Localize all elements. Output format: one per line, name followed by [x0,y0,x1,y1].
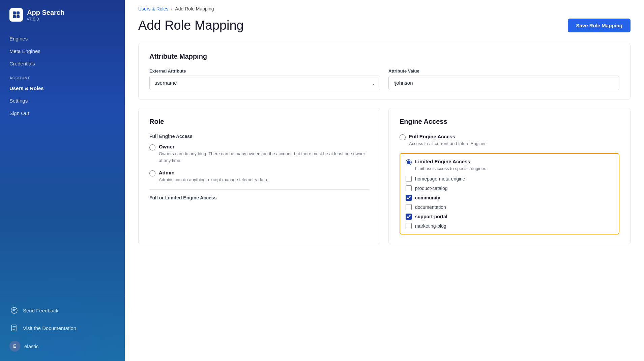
full-engine-access-radio[interactable] [400,134,406,140]
community-label: community [415,195,440,200]
sidebar-item-engines[interactable]: Engines [0,32,125,45]
svg-rect-2 [13,15,16,18]
svg-rect-1 [17,11,20,15]
account-section-label: ACCOUNT [0,70,125,82]
admin-option[interactable]: Admin Admins can do anything, except man… [149,170,369,183]
visit-documentation-button[interactable]: Visit the Documentation [0,319,125,337]
attribute-mapping-title: Attribute Mapping [149,53,619,60]
marketing-blog-label: marketing-blog [415,223,446,229]
limited-engine-access-box: Limited Engine Access Limit user access … [400,153,619,235]
breadcrumb-parent-link[interactable]: Users & Roles [138,6,168,11]
external-attribute-label: External Attribute [149,68,380,74]
sidebar-nav: Engines Meta Engines Credentials ACCOUNT… [0,30,125,296]
svg-rect-0 [13,11,16,15]
marketing-blog-checkbox[interactable] [406,223,412,229]
attribute-mapping-card: Attribute Mapping External Attribute use… [138,43,631,100]
homepage-meta-engine-label: homepage-meta-engine [415,176,465,182]
engine-checkbox-product-catalog[interactable]: product-catalog [406,185,613,191]
sidebar-item-users-roles[interactable]: Users & Roles [0,82,125,94]
owner-label: Owner [159,144,369,149]
homepage-meta-engine-checkbox[interactable] [406,176,412,182]
role-divider [149,189,369,190]
attribute-value-label: Attribute Value [388,68,619,74]
engine-access-panel: Engine Access Full Engine Access Access … [388,108,631,244]
full-or-limited-heading: Full or Limited Engine Access [149,195,369,200]
main-content: Users & Roles / Add Role Mapping Add Rol… [125,0,644,361]
engine-access-title: Engine Access [400,118,619,126]
admin-label: Admin [159,170,268,175]
feedback-icon [9,306,19,315]
support-portal-label: support-portal [415,214,447,219]
community-checkbox[interactable] [406,195,412,201]
full-engine-access-heading: Full Engine Access [149,134,369,139]
page-header: Add Role Mapping Save Role Mapping [125,11,644,43]
app-logo [9,8,23,22]
documentation-icon [9,323,19,333]
admin-label-group: Admin Admins can do anything, except man… [159,170,268,183]
role-panel: Role Full Engine Access Owner Owners can… [138,108,380,244]
admin-radio[interactable] [149,170,155,176]
sidebar-item-meta-engines[interactable]: Meta Engines [0,45,125,57]
breadcrumb: Users & Roles / Add Role Mapping [125,0,644,11]
limited-engine-access-description: Limit user access to specific engines: [415,165,488,172]
owner-option[interactable]: Owner Owners can do anything. There can … [149,144,369,164]
breadcrumb-separator: / [171,6,172,11]
sidebar-footer: Send Feedback Visit the Documentation E … [0,296,125,361]
owner-radio[interactable] [149,144,155,150]
app-version: v7.6.0 [27,17,64,22]
role-panel-title: Role [149,118,369,126]
breadcrumb-current: Add Role Mapping [175,6,214,11]
attribute-value-group: Attribute Value [388,68,619,90]
engine-checkbox-community[interactable]: community [406,195,613,201]
sidebar-header: App Search v7.6.0 [0,0,125,30]
limited-engine-access-label-group: Limited Engine Access Limit user access … [415,159,488,172]
limited-engine-access-label: Limited Engine Access [415,159,488,164]
engine-checkbox-list: homepage-meta-engine product-catalog com… [406,176,613,229]
send-feedback-label: Send Feedback [23,308,58,313]
sidebar-item-credentials[interactable]: Credentials [0,57,125,70]
documentation-label: documentation [415,204,446,210]
username-label: elastic [24,343,39,349]
svg-rect-3 [17,15,20,18]
role-engine-row: Role Full Engine Access Owner Owners can… [125,108,644,252]
owner-label-group: Owner Owners can do anything. There can … [159,144,369,164]
save-role-mapping-button[interactable]: Save Role Mapping [568,19,631,32]
attribute-value-input[interactable] [388,76,619,90]
visit-documentation-label: Visit the Documentation [23,325,76,331]
sidebar-item-settings[interactable]: Settings [0,94,125,107]
page-title: Add Role Mapping [138,18,244,33]
full-engine-access-label: Full Engine Access [409,134,488,139]
attribute-row: External Attribute username ⌄ Attribute … [149,68,619,90]
external-attribute-group: External Attribute username ⌄ [149,68,380,90]
documentation-checkbox[interactable] [406,204,412,210]
product-catalog-checkbox[interactable] [406,185,412,191]
external-attribute-select[interactable]: username [149,76,380,90]
send-feedback-button[interactable]: Send Feedback [0,302,125,319]
sidebar: App Search v7.6.0 Engines Meta Engines C… [0,0,125,361]
sidebar-item-sign-out[interactable]: Sign Out [0,107,125,119]
full-engine-access-description: Access to all current and future Engines… [409,140,488,147]
engine-checkbox-support-portal[interactable]: support-portal [406,214,613,220]
limited-engine-access-option[interactable]: Limited Engine Access Limit user access … [406,159,613,172]
support-portal-checkbox[interactable] [406,214,412,220]
admin-description: Admins can do anything, except manage te… [159,176,268,183]
engine-checkbox-marketing-blog[interactable]: marketing-blog [406,223,613,229]
full-engine-access-option[interactable]: Full Engine Access Access to all current… [400,134,619,147]
engine-checkbox-documentation[interactable]: documentation [406,204,613,210]
product-catalog-label: product-catalog [415,186,448,191]
full-engine-access-label-group: Full Engine Access Access to all current… [409,134,488,147]
owner-description: Owners can do anything. There can be man… [159,150,369,164]
engine-checkbox-homepage-meta-engine[interactable]: homepage-meta-engine [406,176,613,182]
user-profile[interactable]: E elastic [0,337,125,356]
app-name: App Search [27,8,64,17]
avatar: E [9,341,20,352]
external-attribute-select-wrapper: username ⌄ [149,76,380,90]
limited-engine-access-radio[interactable] [406,159,412,165]
